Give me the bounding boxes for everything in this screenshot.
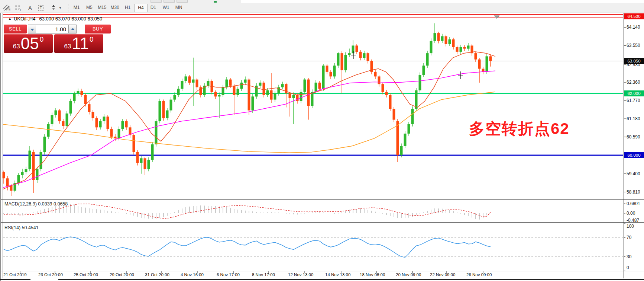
volume-input[interactable] <box>36 25 68 33</box>
price-axis-label: 64.140 <box>627 25 640 30</box>
up-arrow-icon <box>71 28 75 30</box>
date-label: 6 Nov 17:00 <box>217 272 240 277</box>
date-label: 31 Oct 20:00 <box>145 272 169 277</box>
symbol-name: UKOil-,H4 <box>14 16 36 22</box>
rsi-line <box>4 237 491 257</box>
macd-label: MACD(12,26,9) 0.0339 0.0658 <box>4 201 68 207</box>
sell-price-prefix: 63 <box>13 43 20 50</box>
price-axis-label: 60.590 <box>627 134 640 140</box>
sell-price-main: 05 <box>21 35 39 52</box>
scrollbar-track[interactable] <box>0 279 644 280</box>
price-badge-63.050: 63.050 <box>624 58 644 64</box>
date-label: 8 Nov 17:00 <box>252 272 275 277</box>
macd-signal-line <box>4 204 491 218</box>
price-badge-62.000: 62.000 <box>624 90 644 96</box>
date-label: 25 Oct 20:00 <box>74 272 98 277</box>
sell-price-box[interactable]: 63050 <box>4 34 53 53</box>
buy-price-sup: 0 <box>90 35 94 44</box>
price-badge-64.500: 64.500 <box>624 13 644 19</box>
macd-axis-label: 0.00 <box>627 211 635 216</box>
price-axis-label: 61.180 <box>627 116 640 121</box>
price-axis-label: 59.400 <box>627 171 640 176</box>
price-axis-label: 62.360 <box>627 80 640 85</box>
ma-fast-line <box>3 52 495 189</box>
date-label: 4 Nov 16:00 <box>181 272 204 277</box>
buy-button[interactable]: BUY <box>85 25 111 33</box>
sell-button[interactable]: SELL <box>4 25 27 33</box>
date-label: 21 Oct 2019 <box>3 272 27 277</box>
date-label: 29 Oct 20:00 <box>110 272 134 277</box>
rsi-axis-label: 0 <box>627 265 629 270</box>
scrollbar-gap <box>30 279 58 280</box>
volume-decrease-button[interactable] <box>28 25 36 33</box>
mt4-window: E F A T ▼ M1M5M15M30H1H4D1W1MN <box>0 0 644 281</box>
rsi-label: RSI(14) 50.4541 <box>4 225 39 230</box>
price-axis-label: 61.770 <box>627 98 640 103</box>
price-axis-label: 58.810 <box>627 189 640 195</box>
macd-axis-label: 0.6801 <box>627 201 640 206</box>
date-label: 23 Oct 20:00 <box>38 272 63 277</box>
price-axis-label: 63.550 <box>627 43 640 48</box>
chart-annotation-text: 多空转折点62 <box>469 118 570 139</box>
date-label: 26 Nov 09:00 <box>466 272 492 277</box>
collapse-arrow-icon[interactable]: ▲ <box>8 17 12 20</box>
rsi-axis-label: 100 <box>627 224 634 229</box>
sell-price-sup: 0 <box>40 35 44 44</box>
date-label: 20 Nov 09:00 <box>396 272 421 277</box>
ohlc-values: 63.000 63.070 63.000 63.050 <box>39 16 102 22</box>
date-label: 22 Nov 09:00 <box>430 272 455 277</box>
date-label: 12 Nov 13:00 <box>288 272 313 277</box>
down-arrow-icon <box>30 29 34 31</box>
buy-price-box[interactable]: 63110 <box>54 34 103 53</box>
macd-axis-label: -0.487 <box>627 218 639 223</box>
date-label: 18 Nov 08:00 <box>360 272 385 277</box>
macd-histogram <box>4 204 491 220</box>
rsi-axis-label: 70 <box>627 235 631 240</box>
volume-increase-button[interactable] <box>68 25 77 33</box>
rsi-axis-label: 30 <box>627 254 631 259</box>
date-label: 14 Nov 13:00 <box>325 272 350 277</box>
chart-title: ▲UKOil-,H463.000 63.070 63.000 63.050 <box>8 16 102 22</box>
buy-price-prefix: 63 <box>64 43 71 50</box>
buy-price-main: 11 <box>72 35 89 52</box>
price-badge-60.000: 60.000 <box>624 152 644 158</box>
